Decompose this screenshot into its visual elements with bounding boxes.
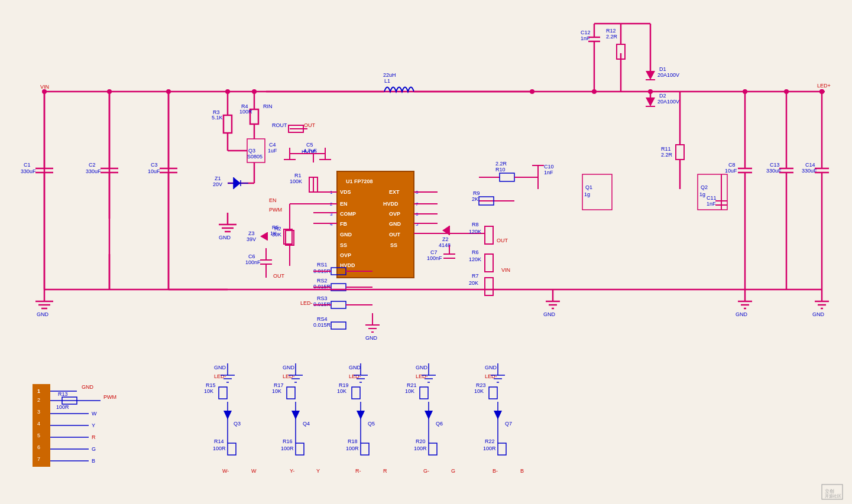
svg-point-225 <box>784 89 789 94</box>
gnd-right-3: GND <box>812 311 825 317</box>
rs4-value: 0.015R <box>313 322 331 328</box>
r12-value: 2.2R <box>606 34 618 40</box>
ic-en: EN <box>340 201 348 207</box>
c12-value: 1nF <box>581 35 590 41</box>
svg-point-221 <box>530 89 534 94</box>
rs3-label: RS3 <box>317 295 328 301</box>
watermark-sub: 开源社区 <box>825 494 841 498</box>
c6-label: C6 <box>248 253 255 259</box>
r18-label: R18 <box>348 438 358 444</box>
w-plus-label: W <box>251 468 257 474</box>
r3-value: 5.1K <box>212 115 223 121</box>
c2-label: C2 <box>89 162 96 168</box>
r1-label: R1 <box>294 173 302 178</box>
rout-label: ROUT <box>272 122 287 128</box>
svg-text:5: 5 <box>37 433 40 438</box>
r18-value: 100R <box>346 446 359 451</box>
led-plus-label: LED+ <box>817 83 831 89</box>
ic-ext: EXT <box>389 189 400 195</box>
r23-value: 10K <box>474 388 484 394</box>
svg-text:7: 7 <box>37 456 40 462</box>
svg-rect-45 <box>33 384 50 467</box>
r22-value: 100R <box>483 446 496 451</box>
c3-value: 10uF <box>148 168 160 174</box>
c6-value: 100nF <box>245 259 261 265</box>
ic-ovp-r: OVP <box>389 211 400 217</box>
c14-label: C14 <box>805 162 815 168</box>
r17-value: 10K <box>272 388 281 394</box>
c4-label: C4 <box>269 142 276 148</box>
r6-value: 120K <box>469 256 481 262</box>
r14-value: 100R <box>213 446 226 451</box>
gnd-z1: GND <box>219 235 231 240</box>
z1-label: Z1 <box>215 175 221 181</box>
r19-value: 10K <box>337 388 346 394</box>
ic-fb: FB <box>340 221 347 227</box>
rs1-label: RS1 <box>317 262 328 268</box>
r16-label: R16 <box>283 438 293 444</box>
ic-vds: VDS <box>340 189 351 195</box>
r7-value: 20K <box>469 280 478 286</box>
c5-value: 4.7uF <box>303 148 318 154</box>
r13-value: 100R <box>56 404 69 410</box>
out-label: OUT <box>497 238 508 243</box>
b-minus-label: B- <box>493 468 498 474</box>
rs4-label: RS4 <box>317 316 328 322</box>
gnd-q3-top: GND <box>214 365 226 370</box>
gnd-rs: GND <box>365 335 378 341</box>
en-label: EN <box>269 197 277 203</box>
svg-point-222 <box>592 89 597 94</box>
q1-type: 1g <box>584 191 590 197</box>
y-minus-label: Y- <box>290 468 294 474</box>
r22-label: R22 <box>485 438 495 444</box>
svg-text:Q3: Q3 <box>248 148 255 154</box>
d2-label: D2 <box>659 93 666 99</box>
svg-text:S0805: S0805 <box>247 154 263 160</box>
q2-type: 1g <box>699 191 705 197</box>
svg-point-217 <box>107 89 112 94</box>
c11-label: C11 <box>707 195 717 201</box>
ic-ss-r: SS <box>390 242 397 248</box>
svg-rect-60 <box>337 171 414 278</box>
c5-label: C5 <box>306 142 313 148</box>
g-label: G <box>92 446 96 452</box>
y-label: Y <box>92 422 95 428</box>
gnd-q1: GND <box>543 311 556 317</box>
r9-value: 2K <box>472 196 478 202</box>
c10-label: C10 <box>544 164 554 170</box>
svg-text:2: 2 <box>37 397 40 403</box>
ic-out: OUT <box>389 232 401 238</box>
c7-value: 100nF <box>427 255 442 261</box>
c8-label: C8 <box>728 162 736 168</box>
d2-value: 20A100V <box>657 99 679 105</box>
pwm-label: PWM <box>269 207 282 213</box>
r15-value: 10K <box>204 388 213 394</box>
connector-label: 1 <box>37 388 40 394</box>
c8-value: 10uF <box>725 168 737 174</box>
svg-point-219 <box>225 89 230 94</box>
g-minus-label: G- <box>423 468 429 474</box>
ic-u1-label: U1 FP7208 <box>346 178 373 184</box>
r21-value: 10K <box>405 388 414 394</box>
q2-label: Q2 <box>701 184 708 190</box>
r11-label: R11 <box>661 146 671 152</box>
r20-label: R20 <box>416 438 426 444</box>
schematic-canvas: VIN C1 330uF C2 330uF C3 10uF GND R3 5.1… <box>0 0 852 504</box>
r1-value: 100K <box>290 178 302 184</box>
vin-right-label: VIN <box>501 267 510 273</box>
ic-gnd: GND <box>340 232 352 238</box>
svg-text:5: 5 <box>416 222 419 227</box>
r14-label: R14 <box>214 438 224 444</box>
r5-value: 1K <box>270 230 277 236</box>
svg-point-216 <box>42 89 47 94</box>
svg-rect-0 <box>0 0 852 504</box>
r6-label: R6 <box>472 249 479 255</box>
svg-point-220 <box>252 89 257 94</box>
y-plus-label: Y <box>316 468 320 474</box>
r9-label: R9 <box>473 190 480 196</box>
q4-label: Q4 <box>303 421 310 427</box>
r19-label: R19 <box>339 382 349 388</box>
c14-value: 330uF <box>802 168 817 174</box>
r5-label: R5 <box>272 225 279 230</box>
l1-value: 22uH <box>383 72 396 78</box>
